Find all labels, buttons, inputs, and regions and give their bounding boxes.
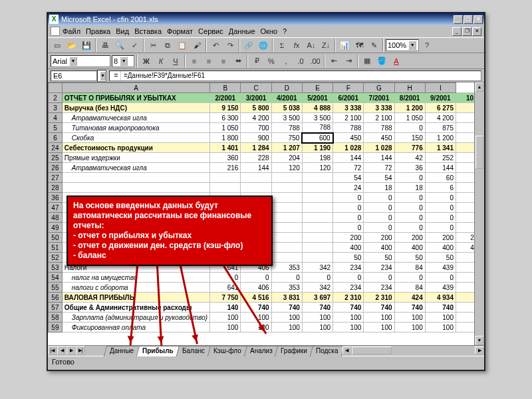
- cell[interactable]: 9/2001: [425, 93, 456, 103]
- cell[interactable]: 439: [425, 283, 456, 293]
- fontsize-combo[interactable]: 8▼: [112, 55, 134, 67]
- row-header[interactable]: 52: [49, 253, 63, 263]
- cell[interactable]: Прямые издержки: [62, 153, 209, 163]
- row-header[interactable]: 3: [49, 103, 63, 113]
- cell[interactable]: 100: [271, 323, 302, 332]
- cell[interactable]: 204: [271, 153, 302, 163]
- percent-icon[interactable]: %: [265, 55, 278, 68]
- cell[interactable]: 18: [364, 183, 394, 193]
- cell[interactable]: 1 401: [210, 143, 241, 153]
- cell[interactable]: 400: [364, 243, 394, 253]
- row-header[interactable]: 51: [49, 243, 63, 253]
- row-header[interactable]: 53: [49, 263, 63, 273]
- cell[interactable]: Атравматическая игла: [62, 113, 209, 123]
- minimize-button[interactable]: _: [454, 15, 463, 24]
- cell[interactable]: 4 200: [425, 113, 456, 123]
- cell[interactable]: 0: [394, 213, 425, 223]
- cell[interactable]: [210, 173, 241, 183]
- cell[interactable]: 0: [333, 203, 364, 213]
- cell[interactable]: 234: [364, 263, 394, 273]
- cell[interactable]: 140: [210, 303, 241, 313]
- cell[interactable]: 100: [271, 313, 302, 323]
- row-header[interactable]: 4: [49, 113, 63, 123]
- cell[interactable]: 4 888: [302, 103, 332, 113]
- cell[interactable]: 72: [364, 163, 394, 173]
- cell[interactable]: 9 150: [210, 103, 241, 113]
- currency-icon[interactable]: ₽: [250, 55, 263, 68]
- cell[interactable]: 3 338: [364, 103, 394, 113]
- cell[interactable]: 100: [302, 313, 332, 323]
- open-icon[interactable]: 📂: [65, 39, 78, 52]
- cell[interactable]: 0: [333, 213, 364, 223]
- fill-icon[interactable]: 🪣: [375, 55, 388, 68]
- sheet-tab[interactable]: Кэш-фло: [207, 346, 247, 356]
- paste-icon[interactable]: 📋: [176, 39, 189, 52]
- cell[interactable]: 900: [241, 133, 271, 143]
- cell[interactable]: Титановая микропроволока: [62, 123, 209, 133]
- doc-minimize-button[interactable]: _: [452, 27, 462, 36]
- equals-icon[interactable]: =: [112, 71, 121, 80]
- cell[interactable]: 4/2001: [271, 93, 302, 103]
- cell[interactable]: [302, 213, 332, 223]
- row-header[interactable]: 55: [49, 283, 63, 293]
- cell[interactable]: 740: [364, 303, 394, 313]
- cell[interactable]: 6/2001: [333, 93, 364, 103]
- sort-desc-icon[interactable]: Z↓: [319, 39, 332, 52]
- cell[interactable]: Выручка (без НДС): [62, 103, 209, 113]
- cell[interactable]: 788: [271, 123, 302, 133]
- cell[interactable]: [271, 203, 302, 213]
- align-right-icon[interactable]: ≡: [217, 55, 230, 68]
- cell[interactable]: 1 800: [210, 133, 241, 143]
- cell[interactable]: 0: [364, 213, 394, 223]
- sheet-tab[interactable]: Данные: [104, 346, 140, 356]
- cell[interactable]: 740: [241, 303, 271, 313]
- vertical-scrollbar[interactable]: ▲ ▼: [474, 82, 484, 345]
- align-center-icon[interactable]: ≡: [202, 55, 215, 68]
- cell[interactable]: 740: [302, 303, 332, 313]
- cell[interactable]: 788: [364, 123, 394, 133]
- tab-first-icon[interactable]: |◀: [48, 346, 57, 355]
- outdent-icon[interactable]: ⇤: [327, 55, 340, 68]
- chart-icon[interactable]: 📊: [338, 39, 351, 52]
- col-header[interactable]: A: [62, 83, 209, 93]
- col-header[interactable]: I: [425, 83, 456, 93]
- hscroll-thumb[interactable]: [352, 346, 392, 354]
- titlebar[interactable]: X Microsoft Excel - cfin 2001.xls _ ▢ ✕: [48, 13, 484, 25]
- menu-window[interactable]: Окно: [261, 27, 278, 35]
- cell[interactable]: 100: [333, 313, 364, 323]
- cell[interactable]: 0: [333, 223, 364, 233]
- merge-icon[interactable]: ⬌: [231, 55, 245, 68]
- cell[interactable]: 353: [271, 263, 302, 273]
- row-header[interactable]: 24: [49, 143, 63, 153]
- namebox-dd[interactable]: ▼: [97, 70, 106, 82]
- cell[interactable]: 0: [364, 193, 394, 203]
- cell[interactable]: [62, 183, 209, 193]
- cell[interactable]: Атравматическая игла: [62, 163, 209, 173]
- cell[interactable]: 50: [394, 253, 425, 263]
- menu-format[interactable]: Формат: [167, 27, 193, 35]
- sheet-tab[interactable]: Подска: [310, 346, 344, 356]
- cell[interactable]: 5 800: [241, 103, 271, 113]
- row-header[interactable]: 58: [49, 313, 63, 323]
- cell[interactable]: 0: [425, 223, 456, 233]
- fmtpaint-icon[interactable]: 🖌: [190, 39, 203, 52]
- col-header[interactable]: H: [394, 83, 425, 93]
- cell[interactable]: 0: [364, 273, 394, 283]
- scroll-right-icon[interactable]: ▶: [475, 346, 484, 354]
- cell[interactable]: 120: [302, 163, 332, 173]
- map-icon[interactable]: 🗺: [352, 39, 366, 52]
- cell[interactable]: [62, 173, 209, 183]
- cell[interactable]: 3 697: [302, 293, 332, 303]
- menu-view[interactable]: Вид: [116, 27, 129, 35]
- link-icon[interactable]: 🔗: [242, 39, 255, 52]
- cell[interactable]: [302, 183, 332, 193]
- cell[interactable]: [271, 183, 302, 193]
- col-header[interactable]: B: [210, 83, 241, 93]
- cell[interactable]: 400: [394, 243, 425, 253]
- sheet-tab[interactable]: Графики: [275, 346, 313, 356]
- row-header[interactable]: 49: [49, 223, 63, 233]
- cell[interactable]: 200: [394, 233, 425, 243]
- cell[interactable]: 4 934: [425, 293, 456, 303]
- row-header[interactable]: 56: [49, 293, 63, 303]
- indent-icon[interactable]: ⇥: [342, 55, 355, 68]
